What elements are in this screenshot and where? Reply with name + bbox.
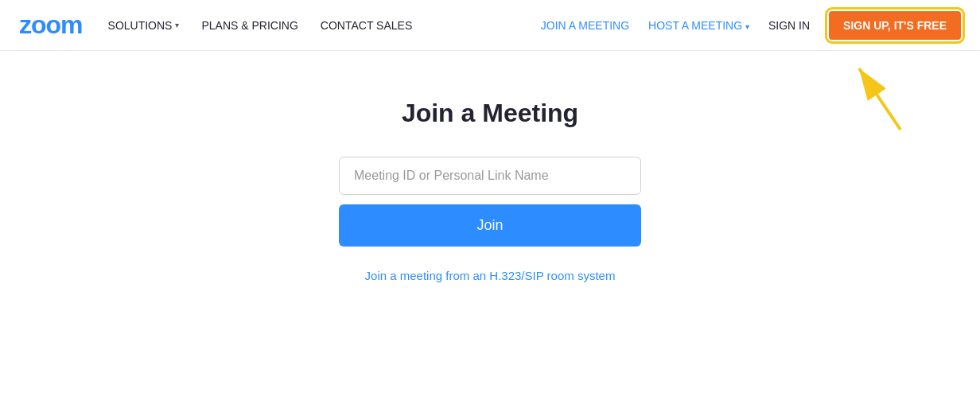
navbar-right: JOIN A MEETING HOST A MEETING ▾ SIGN IN … bbox=[541, 11, 961, 40]
solutions-chevron-icon: ▾ bbox=[175, 21, 179, 29]
sign-in-nav-item[interactable]: SIGN IN bbox=[768, 19, 810, 32]
solutions-nav-item[interactable]: SOLUTIONS ▾ bbox=[108, 19, 180, 32]
navbar: zoom SOLUTIONS ▾ PLANS & PRICING CONTACT… bbox=[0, 0, 980, 51]
contact-sales-nav-item[interactable]: CONTACT SALES bbox=[321, 19, 412, 32]
sip-room-link[interactable]: Join a meeting from an H.323/SIP room sy… bbox=[365, 269, 616, 282]
navbar-left: zoom SOLUTIONS ▾ PLANS & PRICING CONTACT… bbox=[19, 10, 412, 40]
solutions-label: SOLUTIONS bbox=[108, 19, 173, 32]
meeting-form: Join bbox=[339, 157, 641, 247]
main-content: Join a Meeting Join Join a meeting from … bbox=[0, 51, 980, 282]
join-button[interactable]: Join bbox=[339, 204, 641, 247]
zoom-logo: zoom bbox=[19, 10, 83, 40]
nav-links: SOLUTIONS ▾ PLANS & PRICING CONTACT SALE… bbox=[108, 19, 413, 32]
host-meeting-nav-item[interactable]: HOST A MEETING ▾ bbox=[648, 19, 749, 32]
signup-button[interactable]: SIGN UP, IT'S FREE bbox=[829, 11, 961, 40]
plans-label: PLANS & PRICING bbox=[201, 19, 298, 32]
plans-pricing-nav-item[interactable]: PLANS & PRICING bbox=[201, 19, 298, 32]
host-label: HOST A MEETING bbox=[648, 19, 742, 32]
contact-label: CONTACT SALES bbox=[321, 19, 412, 32]
meeting-id-input[interactable] bbox=[339, 157, 641, 195]
host-chevron-icon: ▾ bbox=[745, 22, 749, 31]
page-title: Join a Meeting bbox=[402, 99, 578, 128]
join-meeting-nav-item[interactable]: JOIN A MEETING bbox=[541, 19, 629, 32]
